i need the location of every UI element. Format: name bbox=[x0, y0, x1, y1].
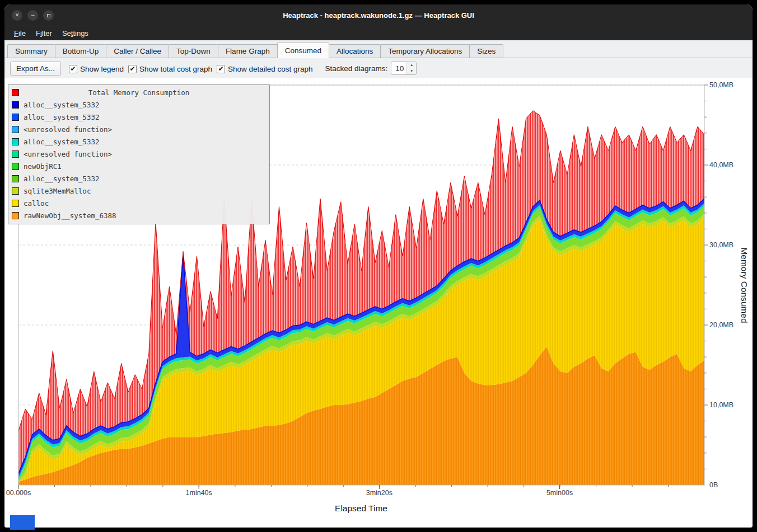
legend-item: alloc__system_5332 bbox=[8, 111, 269, 123]
spin-down-button[interactable]: ▼ bbox=[407, 68, 416, 74]
tab-allocations[interactable]: Allocations bbox=[329, 44, 381, 58]
menu-item-file[interactable]: File bbox=[9, 27, 31, 39]
checkbox-show-total-cost-graph[interactable]: ✔Show total cost graph bbox=[128, 65, 212, 73]
tab-consumed[interactable]: Consumed bbox=[277, 43, 329, 58]
tab-bottom-up[interactable]: Bottom-Up bbox=[55, 44, 107, 58]
x-tick-label: 3min20s bbox=[366, 489, 392, 497]
tab-caller-callee[interactable]: Caller / Callee bbox=[106, 44, 169, 58]
legend-label: alloc__system_5332 bbox=[24, 138, 99, 146]
legend-label: rawNewObj__system_6388 bbox=[24, 211, 116, 220]
tab-bar: SummaryBottom-UpCaller / CalleeTop-DownF… bbox=[4, 40, 753, 58]
x-tick-label: 5min00s bbox=[546, 489, 573, 497]
legend-swatch bbox=[12, 150, 19, 158]
legend-swatch bbox=[12, 212, 19, 219]
spinner-buttons: ▲ ▼ bbox=[406, 62, 416, 74]
x-axis-title: Elapsed Time bbox=[335, 503, 387, 514]
legend-swatch bbox=[12, 163, 19, 170]
legend-swatch bbox=[12, 138, 19, 145]
chart-legend: Total Memory Consumptionalloc__system_53… bbox=[8, 84, 270, 224]
checkmark-icon: ✔ bbox=[217, 65, 225, 73]
legend-swatch bbox=[12, 101, 19, 109]
checkbox-group: ✔Show legend✔Show total cost graph✔Show … bbox=[64, 63, 313, 73]
tab-temporary-allocations[interactable]: Temporary Allocations bbox=[380, 44, 470, 58]
desktop-background: { "window": { "title": "Heaptrack - heap… bbox=[0, 0, 757, 532]
menu-item-settings[interactable]: Settings bbox=[57, 27, 94, 39]
maximize-icon bbox=[47, 14, 50, 17]
menu-item-filter[interactable]: Filter bbox=[31, 27, 57, 39]
titlebar[interactable]: × − Heaptrack - heaptrack.wakunode.1.gz … bbox=[4, 4, 753, 26]
y-tick-label: 20,0MB bbox=[709, 321, 733, 329]
legend-item: newObjRC1 bbox=[8, 160, 269, 172]
legend-label: newObjRC1 bbox=[24, 162, 62, 171]
stacked-diagrams-spinbox[interactable]: 10 ▲ ▼ bbox=[391, 62, 417, 75]
checkbox-label: Show total cost graph bbox=[139, 65, 212, 73]
x-tick-label: 1min40s bbox=[186, 489, 212, 497]
checkbox-show-detailed-cost-graph[interactable]: ✔Show detailed cost graph bbox=[217, 65, 313, 73]
legend-item: <unresolved function> bbox=[8, 148, 269, 160]
overlay-blue-box bbox=[10, 515, 35, 530]
x-tick-label: 00.000s bbox=[6, 489, 31, 497]
heaptrack-window: × − Heaptrack - heaptrack.wakunode.1.gz … bbox=[4, 4, 753, 528]
checkbox-show-legend[interactable]: ✔Show legend bbox=[69, 65, 124, 73]
legend-item: rawNewObj__system_6388 bbox=[8, 209, 269, 222]
legend-label: alloc__system_5332 bbox=[24, 101, 99, 109]
legend-label: alloc__system_5332 bbox=[24, 175, 99, 183]
legend-label: <unresolved function> bbox=[24, 125, 112, 134]
tab-top-down[interactable]: Top-Down bbox=[169, 44, 218, 58]
legend-label: <unresolved function> bbox=[24, 150, 112, 158]
checkbox-label: Show detailed cost graph bbox=[228, 65, 313, 73]
legend-swatch bbox=[12, 114, 19, 121]
y-axis-title: Memory Consumed bbox=[739, 247, 749, 323]
minimize-button[interactable]: − bbox=[27, 10, 38, 21]
tab-summary[interactable]: Summary bbox=[7, 44, 55, 58]
y-tick-label: 50,0MB bbox=[709, 81, 733, 89]
legend-item: <unresolved function> bbox=[8, 123, 269, 135]
stacked-diagrams-value: 10 bbox=[391, 62, 406, 74]
maximize-button[interactable] bbox=[43, 10, 54, 21]
chart-panel: 0B10,0MB20,0MB30,0MB40,0MB50,0MB 00.000s… bbox=[4, 78, 753, 528]
tab-flame-graph[interactable]: Flame Graph bbox=[218, 44, 278, 58]
stacked-diagrams-label: Stacked diagrams: bbox=[325, 64, 388, 73]
spin-up-button[interactable]: ▲ bbox=[407, 62, 416, 68]
y-tick-label: 10,0MB bbox=[709, 401, 733, 409]
legend-swatch bbox=[12, 200, 19, 207]
y-tick-label: 30,0MB bbox=[709, 241, 733, 249]
window-title: Heaptrack - heaptrack.wakunode.1.gz — He… bbox=[283, 11, 474, 20]
legend-label: sqlite3MemMalloc bbox=[24, 187, 91, 195]
window-controls: × − bbox=[12, 4, 54, 26]
legend-item: alloc__system_5332 bbox=[8, 172, 269, 185]
legend-label: alloc__system_5332 bbox=[24, 113, 99, 121]
legend-swatch bbox=[12, 175, 19, 182]
legend-swatch bbox=[12, 126, 19, 133]
legend-title: Total Memory Consumption bbox=[8, 88, 269, 97]
export-as-button[interactable]: Export As... bbox=[10, 62, 61, 76]
y-tick-label: 40,0MB bbox=[709, 161, 733, 169]
tab-sizes[interactable]: Sizes bbox=[469, 44, 503, 58]
checkmark-icon: ✔ bbox=[128, 65, 137, 73]
toolbar: Export As... ✔Show legend✔Show total cos… bbox=[4, 58, 753, 78]
close-button[interactable]: × bbox=[12, 10, 22, 21]
y-tick-label: 0B bbox=[709, 481, 718, 489]
legend-item: sqlite3MemMalloc bbox=[8, 185, 269, 197]
legend-item: alloc__system_5332 bbox=[8, 98, 269, 111]
legend-label: calloc bbox=[24, 199, 49, 208]
legend-swatch bbox=[12, 187, 19, 195]
legend-item: alloc__system_5332 bbox=[8, 135, 269, 148]
checkbox-label: Show legend bbox=[80, 65, 124, 73]
checkmark-icon: ✔ bbox=[69, 65, 77, 73]
menubar: FileFilterSettings bbox=[4, 26, 753, 40]
legend-item: calloc bbox=[8, 197, 269, 209]
